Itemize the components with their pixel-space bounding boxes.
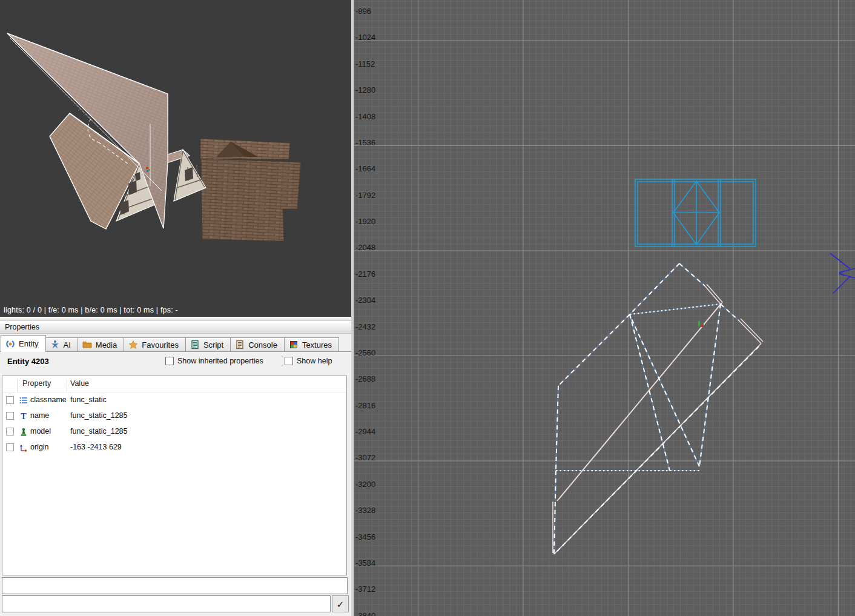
entity-header-row: Entity 4203 Show inherited properties Sh… — [0, 355, 351, 369]
column-header-property: Property — [22, 379, 51, 388]
tab-bar: EntityAIMediaFavouritesScriptConsoleText… — [1, 335, 351, 352]
selected-brush-dash-base — [554, 263, 759, 555]
property-row-checkbox[interactable] — [6, 396, 14, 404]
show-help-checkbox[interactable] — [285, 357, 293, 365]
grid-axis-label: -3456 — [355, 532, 375, 542]
property-row-name[interactable]: Tnamefunc_static_1285 — [2, 408, 346, 424]
table-header: Property Value — [2, 376, 346, 392]
3d-render — [0, 0, 351, 317]
column-header-value: Value — [70, 379, 89, 388]
grid-axis-label: -2432 — [355, 322, 375, 332]
tab-textures[interactable]: Textures — [284, 337, 339, 352]
property-name: name — [30, 411, 49, 420]
entity-properties-table[interactable]: Property Value classnamefunc_staticTname… — [2, 376, 347, 575]
grid-axis-label: -1920 — [355, 217, 375, 227]
model-icon — [19, 427, 28, 437]
grid-axis-label: -2048 — [355, 243, 375, 253]
svg-text:T: T — [21, 412, 27, 421]
show-inherited-properties-checkbox[interactable] — [165, 357, 174, 365]
grid-axis-label: -2176 — [355, 270, 375, 279]
classname-icon — [19, 396, 28, 405]
camera-viewport-3d[interactable]: lights: 0 / 0 | f/e: 0 ms | b/e: 0 ms | … — [0, 0, 351, 317]
property-value: func_static — [70, 396, 107, 404]
tab-label: Favourites — [142, 340, 179, 349]
script-document-icon — [190, 340, 200, 349]
grid-axis-label: -3072 — [355, 453, 375, 463]
entity-title: Entity 4203 — [7, 357, 49, 366]
property-row-origin[interactable]: origin-163 -2413 629 — [2, 440, 346, 455]
entity-footprint-outline — [635, 179, 756, 247]
tab-label: Media — [96, 340, 117, 349]
tab-favourites[interactable]: Favourites — [124, 337, 186, 352]
entity-icon — [5, 339, 15, 349]
property-row-checkbox[interactable] — [6, 428, 14, 436]
grid-axis-label: -1536 — [355, 138, 375, 148]
property-value: -163 -2413 629 — [70, 443, 122, 451]
selected-brush-wireframe — [554, 263, 759, 555]
grid-axis-label: -1408 — [355, 112, 375, 122]
tab-label: Console — [248, 340, 277, 349]
column-separator — [67, 379, 67, 392]
property-name: model — [30, 427, 51, 436]
show-inherited-properties-label: Show inherited properties — [177, 357, 263, 365]
grid-axis-label: -3712 — [355, 585, 375, 594]
grid-overlay — [354, 0, 855, 616]
tab-media[interactable]: Media — [78, 337, 124, 352]
grid-axis-label: -2944 — [355, 427, 375, 437]
grid-axis-label: -2560 — [355, 348, 375, 358]
ai-person-icon — [50, 340, 60, 349]
grid-axis-label: -896 — [355, 7, 371, 16]
tab-ai[interactable]: AI — [45, 337, 78, 352]
grid-axis-label: -2688 — [355, 374, 375, 384]
grid-axis-label: -1152 — [355, 59, 375, 69]
camera-position-indicator — [830, 253, 855, 294]
star-icon — [128, 340, 138, 349]
grid-axis-label: -3200 — [355, 480, 375, 489]
grid-axis-label: -1664 — [355, 164, 375, 174]
tab-label: Entity — [19, 339, 39, 348]
grid-axis-label: -3840 — [355, 611, 375, 616]
selected-model-solid-edges — [553, 284, 763, 554]
properties-panel-title: Properties — [0, 321, 351, 334]
property-row-model[interactable]: modelfunc_static_1285 — [2, 424, 346, 440]
show-help-toggle[interactable]: Show help — [285, 357, 332, 365]
grid-axis-label: -2304 — [355, 296, 375, 305]
property-key-input[interactable] — [2, 577, 348, 594]
grid-axis-label: -1280 — [355, 85, 375, 95]
name-icon: T — [19, 411, 28, 421]
origin-icon — [19, 443, 28, 452]
apply-value-button[interactable]: ✓ — [332, 595, 349, 612]
tab-script[interactable]: Script — [185, 337, 231, 352]
properties-panel: Properties EntityAIMediaFavouritesScript… — [0, 321, 351, 616]
panel-separator — [0, 317, 351, 321]
property-value: func_static_1285 — [70, 411, 128, 420]
property-row-checkbox[interactable] — [6, 412, 14, 420]
selected-roof-model — [7, 33, 206, 229]
property-value-input[interactable] — [2, 595, 331, 612]
folder-icon — [82, 340, 92, 349]
tab-entity[interactable]: Entity — [1, 335, 46, 352]
console-document-icon — [235, 340, 245, 349]
property-value: func_static_1285 — [70, 427, 128, 436]
tab-label: Textures — [302, 340, 332, 349]
orthographic-grid-view[interactable]: -896-1024-1152-1280-1408-1536-1664-1792-… — [354, 0, 855, 616]
unselected-roof-model — [200, 139, 301, 241]
render-stats-bar: lights: 0 / 0 | f/e: 0 ms | b/e: 0 ms | … — [4, 306, 178, 314]
column-separator — [17, 379, 18, 392]
textures-mosaic-icon — [289, 340, 299, 349]
show-inherited-properties-toggle[interactable]: Show inherited properties — [165, 357, 263, 365]
grid-axis-label: -1792 — [355, 191, 375, 200]
grid-axis-label: -3584 — [355, 558, 375, 568]
property-name: origin — [30, 443, 49, 451]
grid-axis-label: -2816 — [355, 401, 375, 411]
property-row-checkbox[interactable] — [6, 443, 14, 451]
property-row-classname[interactable]: classnamefunc_static — [2, 392, 346, 408]
tab-console[interactable]: Console — [230, 337, 285, 352]
tab-label: Script — [203, 340, 223, 349]
grid-axis-label: -1024 — [355, 33, 375, 42]
show-help-label: Show help — [297, 357, 332, 365]
tab-label: AI — [64, 340, 71, 349]
grid-axis-label: -3328 — [355, 506, 375, 515]
property-name: classname — [30, 396, 67, 404]
entity-origin-marker — [698, 321, 704, 327]
